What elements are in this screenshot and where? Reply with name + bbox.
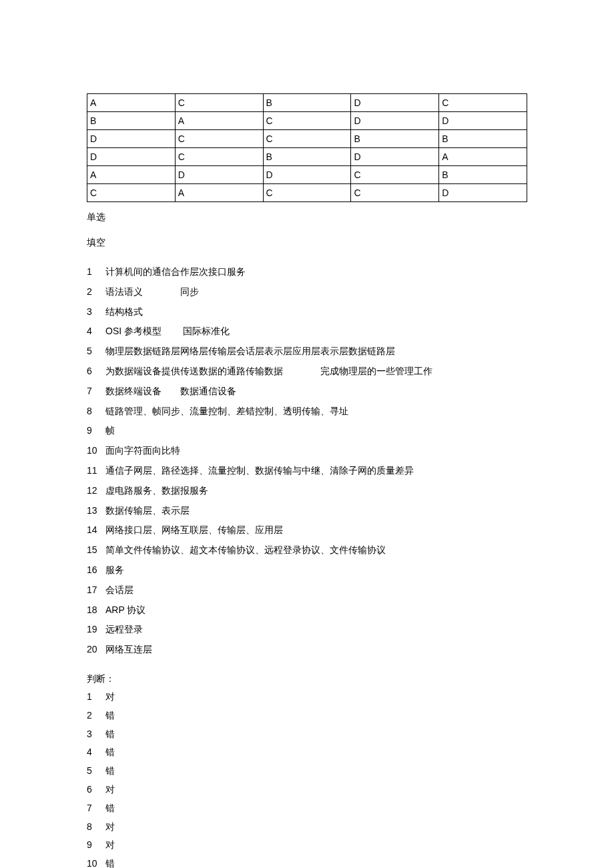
table-cell: A — [87, 94, 176, 112]
list-item: 17 会话层 — [87, 580, 527, 600]
item-text: ARP 协议 — [105, 602, 527, 618]
item-number: 12 — [87, 483, 105, 499]
table-cell: A — [175, 184, 263, 202]
item-number: 5 — [87, 763, 105, 779]
list-item: 19远程登录 — [87, 620, 527, 640]
item-number: 4 — [87, 745, 105, 761]
list-item: 9帧 — [87, 421, 527, 441]
item-text: 错 — [105, 763, 527, 779]
item-number: 18 — [87, 602, 105, 618]
list-item: 8链路管理、帧同步、流量控制、差错控制、透明传输、寻址 — [87, 402, 527, 422]
list-item: 11通信子网层、路径选择、流量控制、数据传输与中继、清除子网的质量差异 — [87, 461, 527, 481]
list-item: 2语法语义 同步 — [87, 282, 527, 302]
item-number: 7 — [87, 384, 105, 400]
item-number: 13 — [87, 503, 105, 519]
item-number: 16 — [87, 562, 105, 578]
table-cell: D — [439, 184, 527, 202]
item-number: 8 — [87, 404, 105, 420]
item-text: 数据传输层、表示层 — [105, 503, 527, 519]
item-number: 19 — [87, 622, 105, 638]
item-text: 对 — [105, 819, 527, 835]
list-item: 12虚电路服务、数据报服务 — [87, 481, 527, 501]
item-text: 网络接口层、网络互联层、传输层、应用层 — [105, 522, 527, 538]
list-item: 7数据终端设备 数据通信设备 — [87, 382, 527, 402]
table-cell: C — [263, 130, 351, 148]
table-cell: B — [351, 130, 439, 148]
item-text: 计算机间的通信合作层次接口服务 — [105, 264, 527, 280]
table-cell: D — [351, 112, 439, 130]
list-item: 8对 — [87, 818, 527, 837]
table-row: D C C B B — [87, 130, 527, 148]
table-cell: D — [351, 94, 439, 112]
item-number: 14 — [87, 522, 105, 538]
item-number: 2 — [87, 708, 105, 724]
list-item: 10错 — [87, 855, 527, 868]
item-text: 物理层数据链路层网络层传输层会话层表示层应用层表示层数据链路层 — [105, 344, 527, 360]
item-number: 3 — [87, 304, 105, 320]
item-text: 帧 — [105, 423, 527, 439]
list-item: 15简单文件传输协议、超文本传输协议、远程登录协议、文件传输协议 — [87, 540, 527, 560]
table-cell: D — [351, 148, 439, 166]
item-number: 1 — [87, 689, 105, 705]
item-number: 15 — [87, 542, 105, 558]
item-text: 虚电路服务、数据报服务 — [105, 483, 527, 499]
list-item: 4错 — [87, 743, 527, 762]
table-cell: C — [351, 184, 439, 202]
item-text: 结构格式 — [105, 304, 527, 320]
item-number: 20 — [87, 642, 105, 658]
section-judge: 判断： — [87, 673, 527, 685]
table-row: D C B D A — [87, 148, 527, 166]
item-number: 4 — [87, 324, 105, 340]
table-cell: B — [87, 112, 176, 130]
item-text: 为数据端设备提供传送数据的通路传输数据 完成物理层的一些管理工作 — [105, 364, 527, 380]
list-item: 4OSI 参考模型 国际标准化 — [87, 322, 527, 342]
item-text: 错 — [105, 708, 527, 724]
table-cell: A — [87, 166, 176, 184]
item-text: 数据终端设备 数据通信设备 — [105, 384, 527, 400]
list-item: 10面向字符面向比特 — [87, 441, 527, 461]
list-item: 20网络互连层 — [87, 640, 527, 660]
item-text: OSI 参考模型 国际标准化 — [105, 324, 527, 340]
item-number: 8 — [87, 819, 105, 835]
answer-table-body: A C B D C B A C D D D C C B B D — [87, 94, 527, 202]
section-fill-blank: 填空 — [87, 237, 527, 249]
list-item: 3结构格式 — [87, 302, 527, 322]
item-number: 10 — [87, 443, 105, 459]
item-text: 链路管理、帧同步、流量控制、差错控制、透明传输、寻址 — [105, 404, 527, 420]
table-cell: B — [263, 148, 351, 166]
list-item: 1对 — [87, 688, 527, 707]
table-cell: D — [87, 148, 176, 166]
item-text: 会话层 — [105, 582, 527, 598]
list-item: 3错 — [87, 725, 527, 744]
table-cell: A — [175, 112, 263, 130]
item-text: 错 — [105, 727, 527, 743]
list-item: 1计算机间的通信合作层次接口服务 — [87, 262, 527, 282]
list-item: 5错 — [87, 762, 527, 781]
table-cell: B — [439, 130, 527, 148]
section-single-choice: 单选 — [87, 211, 527, 224]
table-cell: C — [175, 94, 263, 112]
table-cell: D — [87, 130, 176, 148]
table-row: B A C D D — [87, 112, 527, 130]
table-cell: D — [263, 166, 351, 184]
table-row: A C B D C — [87, 94, 527, 112]
table-cell: C — [439, 94, 527, 112]
item-number: 9 — [87, 423, 105, 439]
item-text: 服务 — [105, 562, 527, 578]
list-item: 13数据传输层、表示层 — [87, 501, 527, 521]
table-cell: C — [175, 130, 263, 148]
item-text: 通信子网层、路径选择、流量控制、数据传输与中继、清除子网的质量差异 — [105, 463, 527, 479]
item-number: 9 — [87, 837, 105, 853]
table-cell: C — [175, 148, 263, 166]
list-item: 18 ARP 协议 — [87, 600, 527, 620]
table-cell: C — [351, 166, 439, 184]
item-text: 面向字符面向比特 — [105, 443, 527, 459]
item-number: 6 — [87, 364, 105, 380]
table-cell: B — [263, 94, 351, 112]
item-text: 网络互连层 — [105, 642, 527, 658]
item-text: 错 — [105, 801, 527, 817]
table-cell: A — [439, 148, 527, 166]
item-text: 简单文件传输协议、超文本传输协议、远程登录协议、文件传输协议 — [105, 542, 527, 558]
table-cell: B — [439, 166, 527, 184]
answer-table: A C B D C B A C D D D C C B B D — [87, 93, 527, 202]
